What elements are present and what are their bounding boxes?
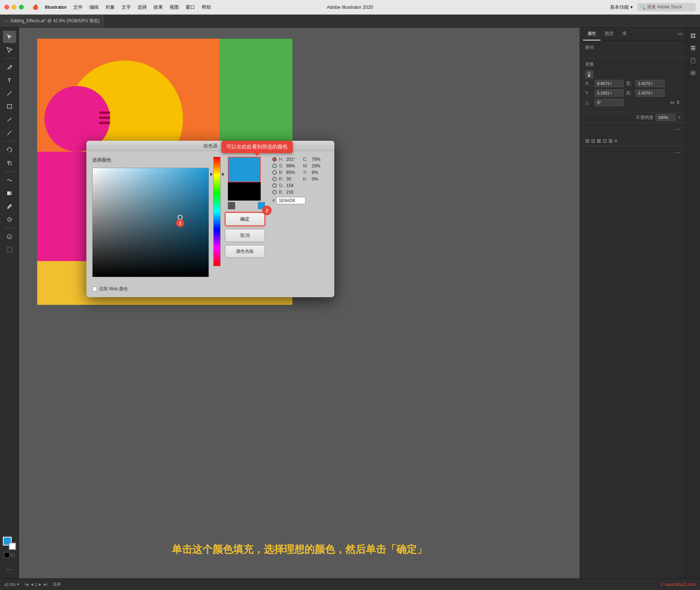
svg-rect-15 [588,74,590,77]
tab-library[interactable]: 库 [618,28,631,40]
svg-rect-21 [691,48,695,49]
menu-select[interactable]: 选择 [137,4,147,11]
watermark-z: Z [661,582,664,587]
web-color-checkbox[interactable] [92,287,97,291]
zoom-dropdown-icon[interactable]: ▾ [17,582,19,587]
menu-view[interactable]: 视图 [170,4,179,11]
color-gradient-picker[interactable]: 1 [92,168,209,277]
stock-search[interactable]: 🔍 搜索 Adobe Stock [637,3,696,11]
menu-object[interactable]: 对象 [105,4,115,11]
svg-rect-20 [691,46,695,47]
angle-row: △: ⇔ ⇕ [585,99,680,106]
menu-type[interactable]: 文字 [121,4,131,11]
tab-properties[interactable]: 属性 [583,28,600,40]
menu-help[interactable]: 帮助 [202,4,211,11]
brightness-row: B: 85% Y: 6% [272,170,326,175]
color-preview-new[interactable] [228,157,261,182]
close-button[interactable] [4,5,9,9]
hue-radio[interactable] [272,157,277,162]
nav-first[interactable]: |◀ [24,582,29,586]
tab-close-icon[interactable]: × [5,19,7,23]
swap-colors-icon[interactable] [11,553,15,557]
apple-menu[interactable]: 🍎 [32,4,38,10]
more-icon-2[interactable]: ⋯ [674,149,680,156]
brightness-radio[interactable] [272,170,277,175]
align-middle-v-icon[interactable]: ⊞ [608,138,613,144]
align-top-icon[interactable]: ⊡ [603,138,607,144]
color-cursor[interactable]: 1 [178,215,183,220]
opacity-input[interactable] [656,114,676,121]
menu-file[interactable]: 文件 [73,4,83,11]
watermark-url: www.MacZ.com [665,582,696,587]
menu-edit[interactable]: 编辑 [89,4,99,11]
c-value: 76% [312,157,326,162]
nav-next[interactable]: ▶ [38,582,42,586]
tool-rect[interactable] [3,100,16,113]
tool-artboard[interactable] [3,244,16,256]
gradient-overlay [93,168,209,277]
tool-symbol[interactable]: S [3,230,16,243]
green-radio[interactable] [272,183,277,188]
more-icon[interactable]: ⋯ [674,126,680,133]
menu-window[interactable]: 窗口 [186,4,195,11]
k-value: 0% [312,176,326,182]
saturation-radio[interactable] [272,164,277,168]
tool-scale[interactable] [3,157,16,169]
workspace-switcher[interactable]: 基本功能 ▾ [610,4,633,11]
mini-properties-icon[interactable] [688,31,698,41]
mini-layers-icon[interactable] [688,43,698,53]
hex-input[interactable] [276,197,306,204]
height-input[interactable] [635,89,665,97]
tool-select[interactable] [3,31,16,43]
align-right-icon[interactable]: ⊠ [597,138,601,144]
hue-slider[interactable] [213,157,221,266]
red-radio[interactable] [272,177,277,181]
align-left-icon[interactable]: ⊞ [585,138,590,144]
document-tab[interactable]: × Adding_Effects.ai* @ 42.8% (RGB/GPU 预览… [0,15,105,27]
tool-measure[interactable] [3,213,16,226]
flip-v-icon[interactable]: ⇕ [676,100,680,105]
stroke-color[interactable] [9,543,16,550]
tool-direct-select[interactable] [3,44,16,56]
tool-warp[interactable] [3,174,16,186]
x-input[interactable] [595,80,624,87]
maximize-button[interactable] [19,5,24,9]
minimize-button[interactable] [12,5,16,9]
menu-effect[interactable]: 效果 [153,4,163,11]
align-bottom-icon[interactable]: ≡ [614,138,617,144]
tool-eyedropper[interactable] [3,200,16,213]
y-label: Y: [585,90,592,96]
tab-layers[interactable]: 图层 [600,28,618,40]
height-label: 高: [626,90,633,96]
nav-prev[interactable]: ◀ [30,582,34,586]
panel-expand-icon[interactable]: >> [677,32,682,37]
flip-h-icon[interactable]: ⇔ [670,100,674,105]
cancel-button[interactable]: 取消 [225,229,265,242]
mini-document-icon[interactable] [688,55,698,66]
opacity-expand-icon[interactable]: > [678,115,680,120]
color-mode-icon[interactable] [228,202,235,209]
tool-line[interactable] [3,87,16,100]
tool-pencil[interactable] [3,113,16,126]
tool-brush[interactable] [3,127,16,139]
tool-more[interactable]: ⋯ [3,563,16,575]
fill-stroke-swatches[interactable] [3,537,16,550]
confirm-button[interactable]: 确定 [225,212,265,226]
tool-gradient[interactable] [3,187,16,199]
tool-text[interactable]: T [3,74,16,86]
nav-last[interactable]: ▶| [43,582,48,586]
canvas-area[interactable]: 拾色器 选择颜色: 1 [19,28,580,578]
mini-settings-icon[interactable] [688,68,698,78]
blue-radio[interactable] [272,190,277,194]
default-colors[interactable] [4,552,10,558]
align-center-h-icon[interactable]: ⊟ [591,138,595,144]
width-input[interactable] [635,80,665,87]
tool-pen[interactable] [3,61,16,73]
y-input[interactable] [595,89,624,97]
angle-input[interactable] [595,99,624,106]
link-icon[interactable] [585,70,593,78]
app-name[interactable]: Illustrator [45,4,67,10]
swatch-button[interactable]: 颜色色板 [225,245,265,258]
saturation-row: S: 86% M: 29% [272,163,326,168]
tool-rotate[interactable] [3,144,16,156]
